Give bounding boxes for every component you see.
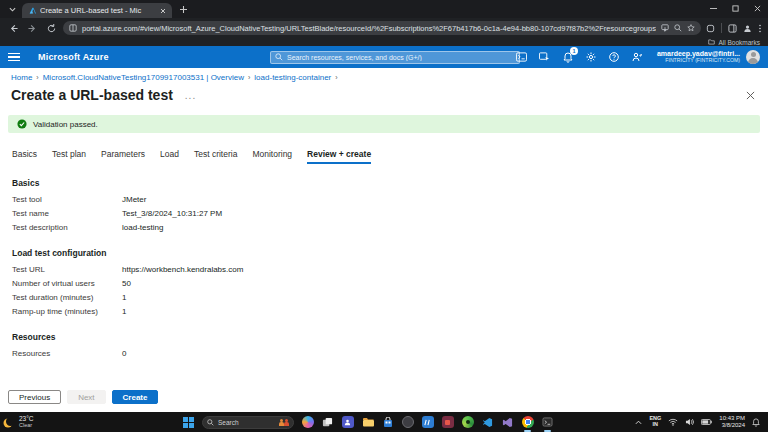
language-indicator[interactable]: ENG IN: [649, 416, 661, 428]
tab-search-chevron-icon[interactable]: [4, 2, 20, 16]
row-value: Test_3/8/2024_10:31:27 PM: [122, 209, 222, 218]
detail-row: Ramp-up time (minutes) 1: [0, 304, 768, 318]
extensions-icon[interactable]: [706, 24, 715, 33]
row-label: Test description: [12, 223, 122, 232]
validation-banner: Validation passed.: [8, 115, 760, 133]
breadcrumb-resource[interactable]: Microsoft.CloudNativeTesting170991700353…: [43, 73, 244, 82]
breadcrumb-home[interactable]: Home: [11, 73, 32, 82]
screen: Create a URL-based test - Mic: [0, 0, 768, 432]
account-info[interactable]: amardeep.yadav@fintri... FINTRICITY (FIN…: [657, 50, 740, 64]
directory-filter-icon[interactable]: [539, 51, 551, 63]
feedback-icon[interactable]: [631, 51, 643, 63]
hamburger-menu-icon[interactable]: [8, 53, 20, 62]
browser-profile-icon[interactable]: [743, 24, 752, 33]
task-view-icon[interactable]: [321, 416, 334, 429]
all-bookmarks-label[interactable]: All Bookmarks: [718, 39, 760, 46]
window-controls: [702, 0, 768, 16]
windows-taskbar: 23°C Clear Search: [0, 412, 768, 432]
browser-menu-icon[interactable]: [758, 24, 762, 33]
row-value: load-testing: [122, 223, 163, 232]
bookmark-star-icon[interactable]: [687, 24, 695, 32]
tab-monitoring[interactable]: Monitoring: [252, 149, 292, 164]
window-close-button[interactable]: [746, 0, 768, 16]
browser-tab-active[interactable]: Create a URL-based test - Mic: [22, 3, 172, 18]
notification-center-icon[interactable]: [752, 418, 760, 427]
previous-button[interactable]: Previous: [8, 390, 61, 404]
moon-weather-icon: [6, 417, 15, 426]
vscode-icon[interactable]: [481, 416, 494, 429]
devops-icon[interactable]: [421, 416, 434, 429]
cloud-shell-icon[interactable]: [516, 51, 528, 63]
system-tray: ENG IN 10:43 PM 3/8/2024: [618, 415, 768, 429]
volume-icon[interactable]: [685, 418, 694, 426]
save-page-icon[interactable]: [661, 24, 669, 32]
toolbar-right-icons: [706, 23, 762, 33]
weather-desc: Clear: [19, 423, 34, 429]
avatar[interactable]: [746, 50, 760, 64]
breadcrumb-container[interactable]: load-testing-container: [254, 73, 331, 82]
clock-time: 10:43 PM: [719, 415, 745, 422]
azure-search-input[interactable]: [287, 54, 515, 61]
back-icon[interactable]: [6, 21, 20, 35]
blade-close-icon[interactable]: [744, 89, 756, 101]
create-button[interactable]: Create: [112, 390, 159, 404]
taskbar-clock[interactable]: 10:43 PM 3/8/2024: [719, 415, 745, 429]
wifi-icon[interactable]: [668, 418, 678, 426]
row-label: Test duration (minutes): [12, 293, 122, 302]
zoom-icon[interactable]: [674, 24, 682, 32]
teams-icon[interactable]: [341, 416, 354, 429]
section-heading-basics: Basics: [0, 164, 768, 192]
app-red-icon[interactable]: [441, 416, 454, 429]
tab-close-icon[interactable]: [160, 8, 166, 14]
help-icon[interactable]: [608, 51, 620, 63]
battery-icon[interactable]: [701, 419, 712, 425]
notifications-bell-icon[interactable]: 1: [562, 51, 574, 63]
tab-test-plan[interactable]: Test plan: [52, 149, 86, 164]
azure-search-box[interactable]: [270, 51, 520, 64]
clock-date: 3/8/2024: [719, 422, 745, 429]
settings-gear-icon[interactable]: [585, 51, 597, 63]
site-info-icon[interactable]: [69, 24, 77, 32]
tab-review-create[interactable]: Review + create: [307, 149, 371, 164]
browser-toolbar: portal.azure.com/#view/Microsoft_Azure_C…: [0, 18, 768, 38]
tab-test-criteria[interactable]: Test criteria: [194, 149, 237, 164]
taskbar-search-label: Search: [218, 419, 239, 426]
file-explorer-icon[interactable]: [361, 416, 374, 429]
detail-row: Number of virtual users 50: [0, 276, 768, 290]
taskbar-weather-widget[interactable]: 23°C Clear: [0, 416, 150, 429]
forward-icon[interactable]: [25, 21, 39, 35]
copilot-icon[interactable]: [301, 416, 314, 429]
microsoft-store-icon[interactable]: [381, 416, 394, 429]
detail-row: Test description load-testing: [0, 220, 768, 234]
account-tenant: FINTRICITY (FINTRICITY.COM): [657, 58, 740, 64]
reload-icon[interactable]: [44, 21, 58, 35]
github-desktop-icon[interactable]: [401, 416, 414, 429]
tab-basics[interactable]: Basics: [12, 149, 37, 164]
tab-load[interactable]: Load: [160, 149, 179, 164]
terminal-icon[interactable]: [541, 416, 554, 429]
app-green-icon[interactable]: [461, 416, 474, 429]
tab-parameters[interactable]: Parameters: [101, 149, 145, 164]
section-heading-load-config: Load test configuration: [0, 234, 768, 262]
next-button[interactable]: Next: [67, 390, 105, 404]
validation-message: Validation passed.: [33, 120, 98, 129]
window-maximize-button[interactable]: [724, 0, 746, 16]
section-heading-resources: Resources: [0, 318, 768, 346]
windows-start-icon[interactable]: [182, 416, 195, 429]
tray-chevron-icon[interactable]: [635, 420, 642, 425]
row-value: 1: [122, 293, 126, 302]
address-bar[interactable]: portal.azure.com/#view/Microsoft_Azure_C…: [63, 21, 701, 35]
window-minimize-button[interactable]: [702, 0, 724, 16]
row-label: Test name: [12, 209, 122, 218]
row-label: Test URL: [12, 265, 122, 274]
chrome-icon[interactable]: [521, 416, 534, 429]
taskbar-search[interactable]: Search: [202, 416, 294, 429]
title-context-menu[interactable]: ...: [185, 90, 196, 101]
tab-title: Create a URL-based test - Mic: [40, 6, 156, 15]
azure-brand[interactable]: Microsoft Azure: [38, 52, 109, 62]
new-tab-button[interactable]: [176, 2, 190, 16]
wizard-tabs: Basics Test plan Parameters Load Test cr…: [0, 133, 768, 164]
side-panel-icon[interactable]: [728, 24, 737, 33]
row-value: 1: [122, 307, 126, 316]
visual-studio-icon[interactable]: [501, 416, 514, 429]
